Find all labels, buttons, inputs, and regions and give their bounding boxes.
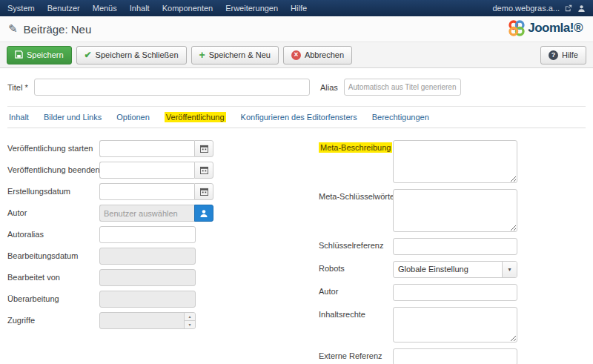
publish-start-input[interactable] <box>99 140 194 157</box>
hits-input <box>99 312 196 329</box>
menu-system[interactable]: System <box>7 4 35 13</box>
publish-end-label: Veröffentlichung beenden <box>7 162 99 174</box>
modified-date-label: Bearbeitungsdatum <box>7 248 99 260</box>
tab-veroeffentlichung[interactable]: Veröffentlichung <box>157 107 233 128</box>
robots-select-value: Globale Einstellung <box>394 262 502 277</box>
meta-author-field: Autor <box>319 284 586 301</box>
save-new-button-label: Speichern & Neu <box>209 50 271 59</box>
revision-field: Überarbeitung <box>7 291 310 308</box>
number-spinner[interactable]: ▴▾ <box>184 313 195 328</box>
tab-bar: Inhalt Bilder und Links Optionen Veröffe… <box>7 106 586 128</box>
alias-input[interactable] <box>344 79 461 96</box>
key-reference-input[interactable] <box>393 238 517 255</box>
menu-benutzer[interactable]: Benutzer <box>47 4 80 13</box>
meta-author-input[interactable] <box>393 284 517 301</box>
calendar-button[interactable] <box>194 183 213 200</box>
tab-bilder-label: Bilder und Links <box>44 113 102 122</box>
meta-author-label: Autor <box>319 284 393 296</box>
save-new-button[interactable]: + Speichern & Neu <box>191 46 279 64</box>
modified-date-field: Bearbeitungsdatum <box>7 248 310 265</box>
author-label: Autor <box>7 205 99 217</box>
content-rights-field: Inhaltsrechte <box>319 307 586 343</box>
site-preview-link[interactable]: demo.webgras.a... <box>493 4 560 13</box>
help-button-label: Hilfe <box>562 50 578 59</box>
cancel-button[interactable]: × Abbrechen <box>283 46 352 64</box>
alias-label: Alias <box>320 83 338 92</box>
calendar-button[interactable] <box>194 162 213 179</box>
tab-bilder-und-links[interactable]: Bilder und Links <box>36 107 109 128</box>
title-input[interactable] <box>34 79 310 96</box>
save-button-label: Speichern <box>27 50 64 59</box>
top-nav-right: demo.webgras.a... <box>493 4 586 13</box>
content-rights-textarea[interactable] <box>393 307 517 343</box>
meta-description-textarea[interactable] <box>393 140 517 183</box>
author-alias-field: Autoralias <box>7 226 310 243</box>
joomla-logo: Joomla!® <box>508 19 583 37</box>
tab-berechtigungen[interactable]: Berechtigungen <box>365 107 437 128</box>
menu-menues[interactable]: Menüs <box>93 4 117 13</box>
revision-label: Überarbeitung <box>7 291 99 303</box>
meta-fields-column: Meta-Beschreibung Meta-Schlüsselwörter S… <box>310 140 586 364</box>
user-menu-icon[interactable] <box>577 4 586 13</box>
calendar-button[interactable] <box>194 140 213 157</box>
tab-optionen[interactable]: Optionen <box>109 107 157 128</box>
external-reference-input[interactable] <box>393 348 517 364</box>
tab-optionen-label: Optionen <box>116 113 150 122</box>
title-label: Titel * <box>7 83 34 92</box>
key-reference-field: Schlüsselreferenz <box>319 238 586 255</box>
publish-end-input[interactable] <box>99 162 194 179</box>
cancel-icon: × <box>291 50 301 60</box>
select-user-button[interactable] <box>194 205 213 222</box>
publish-start-field: Veröffentlichung starten <box>7 140 310 157</box>
external-link-icon[interactable] <box>565 4 572 12</box>
meta-description-label: Meta-Beschreibung <box>319 140 393 152</box>
meta-keywords-label: Meta-Schlüsselwörter <box>319 189 393 201</box>
menu-hilfe[interactable]: Hilfe <box>291 4 307 13</box>
robots-select[interactable]: Globale Einstellung ▾ <box>393 261 517 278</box>
publish-end-field: Veröffentlichung beenden <box>7 162 310 179</box>
save-button[interactable]: Speichern <box>7 46 72 64</box>
menu-komponenten[interactable]: Komponenten <box>162 4 213 13</box>
page-title: Beiträge: Neu <box>24 23 92 36</box>
author-alias-label: Autoralias <box>7 226 99 239</box>
tab-editorfenster[interactable]: Konfigurieren des Editorfensters <box>233 107 365 128</box>
external-reference-field: Externe Referenz <box>319 348 586 364</box>
top-nav-menus: System Benutzer Menüs Inhalt Komponenten… <box>7 4 307 13</box>
tab-veroeffentlichung-label: Veröffentlichung <box>165 112 226 122</box>
joomla-admin-screen: System Benutzer Menüs Inhalt Komponenten… <box>0 0 593 364</box>
cancel-button-label: Abbrechen <box>305 50 344 59</box>
created-date-input[interactable] <box>99 183 194 200</box>
tab-inhalt-label: Inhalt <box>9 113 29 122</box>
meta-keywords-textarea[interactable] <box>393 189 517 232</box>
title-alias-row: Titel * Alias <box>7 79 586 96</box>
author-field: Autor <box>7 205 310 222</box>
publish-start-label: Veröffentlichung starten <box>7 140 99 153</box>
save-close-button[interactable]: ✔ Speichern & Schließen <box>76 46 187 64</box>
page-header: ✎ Beiträge: Neu Joomla!® <box>0 16 593 42</box>
content-rights-label: Inhaltsrechte <box>319 307 393 319</box>
menu-erweiterungen[interactable]: Erweiterungen <box>225 4 278 13</box>
menu-inhalt[interactable]: Inhalt <box>130 4 150 13</box>
key-reference-label: Schlüsselreferenz <box>319 238 393 250</box>
help-icon: ? <box>549 50 558 60</box>
spinner-up-icon[interactable]: ▴ <box>185 313 195 321</box>
tab-berechtigungen-label: Berechtigungen <box>372 113 429 122</box>
tab-inhalt[interactable]: Inhalt <box>7 107 36 128</box>
meta-keywords-field: Meta-Schlüsselwörter <box>319 189 586 232</box>
chevron-down-icon: ▾ <box>502 262 517 277</box>
external-reference-label: Externe Referenz <box>319 348 393 360</box>
modified-by-field: Bearbeitet von <box>7 269 310 286</box>
toolbar: Speichern ✔ Speichern & Schließen + Spei… <box>0 42 593 68</box>
author-alias-input[interactable] <box>99 226 196 243</box>
spinner-down-icon[interactable]: ▾ <box>185 321 195 328</box>
hits-field: Zugriffe ▴▾ <box>7 312 310 329</box>
created-date-label: Erstellungsdatum <box>7 183 99 196</box>
revision-input <box>99 291 196 308</box>
author-select-input[interactable] <box>99 205 194 222</box>
created-date-field: Erstellungsdatum <box>7 183 310 200</box>
help-button[interactable]: ? Hilfe <box>540 46 586 64</box>
pencil-icon: ✎ <box>8 22 18 36</box>
plus-icon: + <box>199 50 205 60</box>
joomla-logo-text: Joomla!® <box>528 21 583 36</box>
top-nav: System Benutzer Menüs Inhalt Komponenten… <box>0 0 593 16</box>
